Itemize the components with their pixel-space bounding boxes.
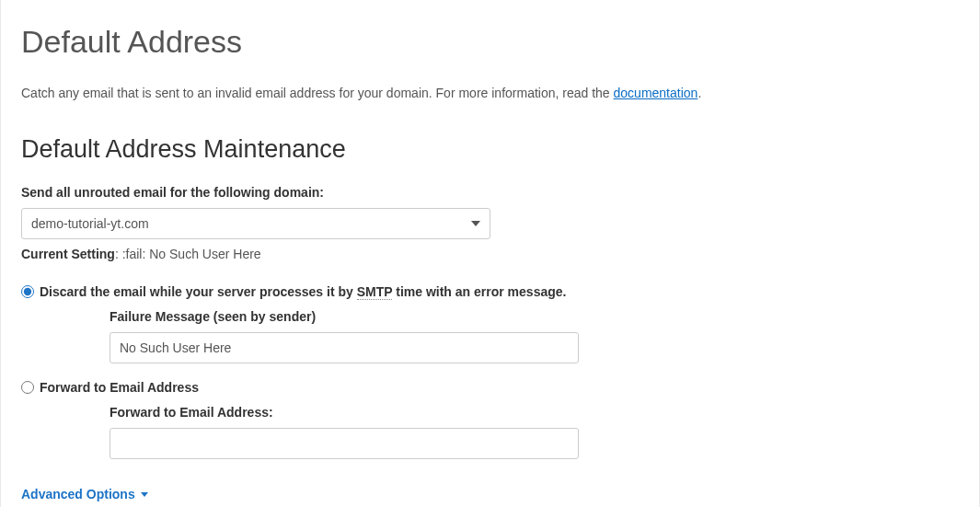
forward-email-label: Forward to Email Address: (110, 403, 959, 422)
advanced-options-label: Advanced Options (21, 485, 135, 504)
forward-option-group: Forward to Email Address Forward to Emai… (21, 378, 959, 459)
forward-email-field-group: Forward to Email Address: (110, 403, 959, 459)
current-setting-row: Current Setting: :fail: No Such User Her… (21, 245, 959, 264)
domain-select[interactable]: demo-tutorial-yt.com (21, 208, 490, 239)
failure-message-field-group: Failure Message (seen by sender) (110, 307, 959, 363)
page-title: Default Address (21, 18, 959, 65)
current-setting-value: : :fail: No Such User Here (115, 247, 261, 261)
smtp-abbr: SMTP (357, 284, 393, 300)
current-setting-label: Current Setting (21, 247, 115, 261)
advanced-options-toggle[interactable]: Advanced Options (21, 485, 148, 504)
discard-label-pre: Discard the email while your server proc… (40, 284, 357, 299)
forward-email-input[interactable] (110, 428, 579, 459)
discard-radio[interactable] (21, 285, 34, 298)
discard-radio-label[interactable]: Discard the email while your server proc… (40, 282, 566, 302)
failure-message-label: Failure Message (seen by sender) (110, 307, 959, 327)
section-heading: Default Address Maintenance (21, 131, 959, 168)
failure-message-input[interactable] (110, 332, 579, 363)
discard-option-group: Discard the email while your server proc… (21, 282, 959, 363)
page-description: Catch any email that is sent to an inval… (21, 84, 959, 103)
forward-radio-label[interactable]: Forward to Email Address (40, 378, 199, 398)
description-suffix: . (698, 86, 701, 100)
forward-radio[interactable] (21, 381, 34, 394)
description-text: Catch any email that is sent to an inval… (21, 86, 614, 100)
documentation-link[interactable]: documentation (614, 86, 698, 100)
main-panel: Default Address Catch any email that is … (0, 0, 980, 507)
domain-select-label: Send all unrouted email for the followin… (21, 183, 959, 202)
caret-down-icon (141, 492, 148, 497)
discard-label-post: time with an error message. (392, 284, 566, 299)
